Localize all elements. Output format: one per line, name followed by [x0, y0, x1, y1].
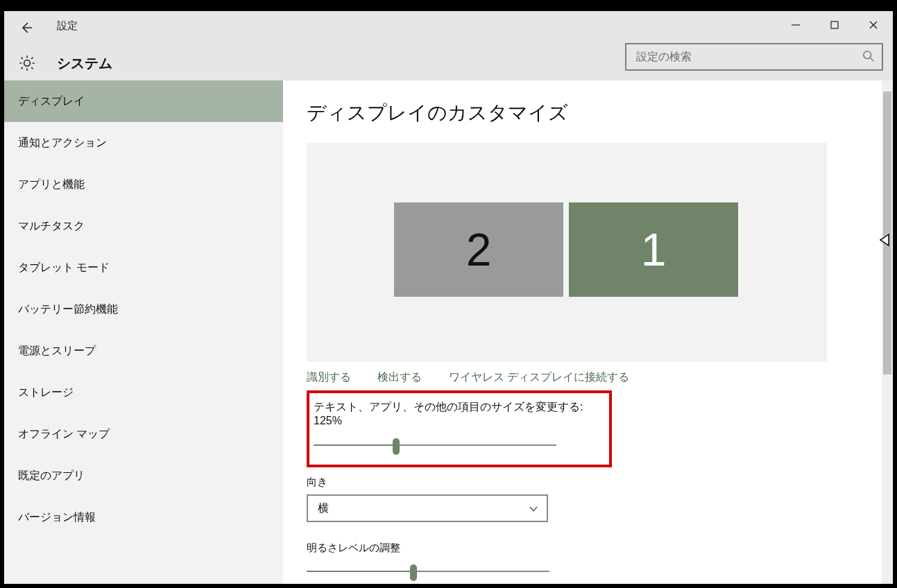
- wireless-display-link[interactable]: ワイヤレス ディスプレイに接続する: [449, 371, 629, 383]
- sidebar-item-label: 既定のアプリ: [18, 469, 85, 483]
- sidebar-item-label: アプリと機能: [18, 178, 85, 192]
- app-title: 設定: [57, 19, 78, 33]
- settings-window: 設定 システム: [4, 11, 893, 584]
- scale-slider[interactable]: [314, 438, 556, 452]
- slider-thumb[interactable]: [393, 438, 400, 455]
- minimize-button[interactable]: [776, 11, 815, 39]
- maximize-icon: [830, 20, 839, 30]
- svg-point-1: [864, 51, 871, 59]
- titlebar: 設定: [4, 11, 893, 43]
- sidebar-item-offline-maps[interactable]: オフライン マップ: [4, 413, 283, 455]
- display-arrangement-preview[interactable]: 2 1: [307, 143, 827, 362]
- sidebar-item-multitask[interactable]: マルチタスク: [4, 205, 283, 247]
- section-title: システム: [57, 54, 112, 73]
- sidebar-item-label: ストレージ: [18, 386, 74, 400]
- sidebar-item-label: ディスプレイ: [18, 94, 85, 109]
- minimize-icon: [791, 20, 801, 30]
- monitor-number: 2: [466, 223, 492, 276]
- close-button[interactable]: [854, 11, 893, 39]
- scrollbar-thumb[interactable]: [883, 92, 891, 374]
- monitor-2[interactable]: 2: [394, 202, 563, 297]
- search-icon: [862, 50, 875, 65]
- sidebar-item-label: バージョン情報: [18, 510, 96, 525]
- orientation-dropdown[interactable]: 横: [307, 494, 548, 522]
- window-header: 設定 システム: [4, 11, 893, 80]
- identify-link[interactable]: 識別する: [307, 371, 351, 383]
- page-heading: ディスプレイのカスタマイズ: [307, 100, 858, 126]
- gear-icon: [17, 53, 37, 74]
- search-box[interactable]: [625, 43, 883, 71]
- sidebar-item-label: 電源とスリープ: [18, 344, 96, 358]
- sidebar-item-notifications[interactable]: 通知とアクション: [4, 122, 283, 164]
- arrow-left-icon: [19, 21, 33, 35]
- display-action-links: 識別する 検出する ワイヤレス ディスプレイに接続する: [307, 370, 858, 385]
- scale-slider-label: テキスト、アプリ、その他の項目のサイズを変更する: 125%: [314, 400, 605, 427]
- back-button[interactable]: [12, 17, 40, 39]
- search-input[interactable]: [626, 44, 882, 69]
- brightness-label: 明るさレベルの調整: [307, 542, 858, 555]
- sidebar-item-label: 通知とアクション: [18, 136, 107, 150]
- monitor-1[interactable]: 1: [569, 202, 738, 297]
- sidebar-item-tablet-mode[interactable]: タブレット モード: [4, 247, 283, 288]
- chevron-down-icon: [529, 504, 538, 517]
- monitor-number: 1: [641, 223, 667, 276]
- sidebar-item-display[interactable]: ディスプレイ: [4, 80, 283, 122]
- main-content: ディスプレイのカスタマイズ 2 1 識別する 検出する ワイヤレス ディスプレイ…: [283, 80, 882, 584]
- svg-rect-0: [831, 21, 838, 28]
- orientation-value: 横: [318, 501, 329, 516]
- slider-fill: [307, 571, 413, 572]
- sidebar-item-label: バッテリー節約機能: [18, 302, 118, 317]
- orientation-label: 向き: [307, 476, 858, 489]
- close-icon: [869, 20, 878, 30]
- sidebar-item-label: オフライン マップ: [18, 427, 110, 442]
- slider-fill: [314, 444, 396, 446]
- maximize-button[interactable]: [815, 11, 854, 39]
- sidebar-item-battery-saver[interactable]: バッテリー節約機能: [4, 288, 283, 330]
- sidebar-item-apps[interactable]: アプリと機能: [4, 164, 283, 205]
- sidebar-item-about[interactable]: バージョン情報: [4, 496, 283, 538]
- detect-link[interactable]: 検出する: [377, 371, 422, 383]
- sidebar-item-label: タブレット モード: [18, 261, 110, 275]
- slider-thumb[interactable]: [410, 564, 417, 581]
- sidebar-item-default-apps[interactable]: 既定のアプリ: [4, 455, 283, 496]
- brightness-slider[interactable]: [307, 564, 549, 578]
- vertical-scrollbar[interactable]: [882, 80, 893, 584]
- sidebar: ディスプレイ 通知とアクション アプリと機能 マルチタスク タブレット モード …: [4, 80, 283, 584]
- sidebar-item-power-sleep[interactable]: 電源とスリープ: [4, 330, 283, 372]
- sidebar-item-label: マルチタスク: [18, 219, 85, 234]
- sidebar-item-storage[interactable]: ストレージ: [4, 372, 283, 413]
- scale-highlight-box: テキスト、アプリ、その他の項目のサイズを変更する: 125%: [307, 390, 612, 467]
